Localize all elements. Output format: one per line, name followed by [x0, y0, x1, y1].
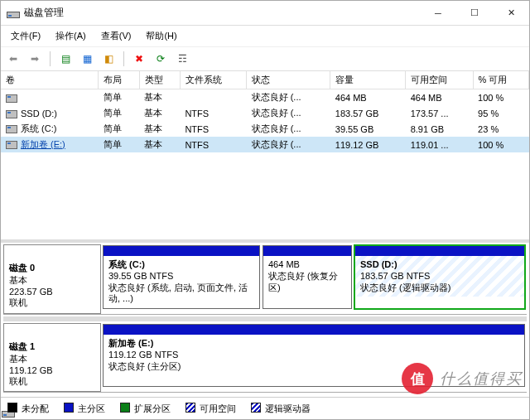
legend: 未分配 主分区 扩展分区 可用空间 逻辑驱动器	[1, 397, 529, 419]
list-icon[interactable]: ☶	[173, 50, 191, 68]
column-header[interactable]: 布局	[99, 71, 139, 89]
disk-1-map: 新加卷 (E:) 119.12 GB NTFS 状态良好 (主分区)	[101, 323, 527, 392]
cell-layout: 简单	[99, 89, 139, 106]
menubar: 文件(F) 操作(A) 查看(V) 帮助(H)	[1, 26, 529, 47]
partition-d-status: 状态良好 (逻辑驱动器)	[360, 282, 519, 294]
cell-type: 基本	[139, 137, 180, 152]
delete-icon[interactable]: ✖	[130, 50, 148, 68]
toolbar: ⬅ ➡ ▤ ▦ ◧ ✖ ⟳ ☶	[1, 47, 529, 71]
minimize-button[interactable]: ─	[420, 1, 456, 25]
column-header[interactable]: 卷	[1, 71, 99, 89]
properties-button[interactable]: ◧	[99, 50, 118, 68]
cell-pct: 100 %	[473, 137, 528, 152]
disk-row-1: 磁盘 1 基本 119.12 GB 联机 新加卷 (E:) 119.12 GB …	[3, 323, 527, 393]
view-bottom-button[interactable]: ▦	[78, 50, 96, 68]
titlebar: 磁盘管理 ─ ☐ ✕	[1, 1, 529, 26]
view-top-button[interactable]: ▤	[56, 50, 75, 68]
column-header[interactable]: 文件系统	[180, 71, 246, 89]
cell-type: 基本	[139, 105, 180, 121]
table-row[interactable]: 新加卷 (E:)简单基本NTFS状态良好 (...119.12 GB119.01…	[1, 137, 529, 152]
volume-list-pane[interactable]: 卷布局类型文件系统状态容量可用空间% 可用 简单基本状态良好 (...464 M…	[1, 71, 529, 243]
cell-capacity: 39.55 GB	[330, 121, 406, 137]
cell-type: 基本	[139, 121, 180, 137]
maximize-button[interactable]: ☐	[456, 1, 493, 25]
swatch-free	[186, 403, 195, 413]
partition-c-status: 状态良好 (系统, 启动, 页面文件, 活动, ...)	[108, 282, 254, 306]
partition-e[interactable]: 新加卷 (E:) 119.12 GB NTFS 状态良好 (主分区)	[103, 324, 525, 387]
disk-0-info[interactable]: 磁盘 0 基本 223.57 GB 联机	[3, 244, 101, 314]
disk-0-label: 磁盘 0	[9, 262, 95, 274]
partition-e-title: 新加卷 (E:)	[108, 338, 519, 350]
swatch-logical	[251, 403, 261, 413]
menu-action[interactable]: 操作(A)	[49, 27, 93, 45]
cell-layout: 简单	[99, 137, 139, 152]
partition-band	[355, 246, 524, 256]
column-header[interactable]: 容量	[330, 71, 406, 89]
partition-band	[263, 246, 351, 256]
column-header[interactable]: 状态	[247, 71, 330, 89]
cell-pct: 100 %	[473, 89, 528, 106]
cell-capacity: 183.57 GB	[330, 105, 406, 121]
volume-icon	[6, 110, 17, 118]
swatch-blue	[64, 403, 74, 413]
partition-d-size: 183.57 GB NTFS	[360, 271, 519, 282]
partition-rec-size: 464 MB	[268, 259, 346, 271]
cell-capacity: 464 MB	[330, 89, 406, 106]
volume-icon	[6, 94, 17, 103]
disk-separator[interactable]	[3, 316, 527, 321]
cell-status: 状态良好 (...	[247, 137, 330, 152]
cell-pct: 95 %	[473, 105, 528, 121]
partition-band	[104, 325, 524, 335]
partition-c[interactable]: 系统 (C:) 39.55 GB NTFS 状态良好 (系统, 启动, 页面文件…	[103, 245, 260, 309]
forward-button[interactable]: ➡	[26, 50, 44, 68]
disk-1-size: 119.12 GB	[9, 365, 95, 375]
volume-name: SSD (D:)	[21, 109, 57, 118]
legend-free: 可用空间	[186, 402, 236, 415]
refresh-icon[interactable]: ⟳	[152, 50, 170, 68]
cell-layout: 简单	[99, 121, 139, 137]
disk-management-window: 磁盘管理 ─ ☐ ✕ 文件(F) 操作(A) 查看(V) 帮助(H) ⬅ ➡ ▤…	[0, 0, 530, 420]
disk-0-status: 联机	[9, 297, 95, 309]
table-row[interactable]: 简单基本状态良好 (...464 MB464 MB100 %	[1, 89, 529, 106]
disk-1-info[interactable]: 磁盘 1 基本 119.12 GB 联机	[3, 323, 101, 392]
partition-band	[104, 246, 259, 256]
partition-recovery[interactable]: 464 MB 状态良好 (恢复分区)	[263, 245, 352, 309]
swatch-black	[7, 403, 17, 413]
partition-d[interactable]: SSD (D:) 183.57 GB NTFS 状态良好 (逻辑驱动器)	[354, 245, 525, 309]
partition-c-title: 系统 (C:)	[108, 259, 254, 271]
cell-capacity: 119.12 GB	[330, 137, 406, 152]
toolbar-separator	[123, 51, 124, 66]
table-row[interactable]: SSD (D:)简单基本NTFS状态良好 (...183.57 GB173.57…	[1, 105, 529, 121]
cell-status: 状态良好 (...	[247, 121, 330, 137]
partition-e-status: 状态良好 (主分区)	[108, 361, 519, 373]
partition-d-title: SSD (D:)	[360, 259, 519, 271]
disk-layout-pane[interactable]: 磁盘 0 基本 223.57 GB 联机 系统 (C:) 39.55 GB NT…	[1, 243, 529, 397]
disk-1-type: 基本	[9, 353, 95, 365]
volume-icon	[6, 141, 17, 149]
legend-extended: 扩展分区	[120, 402, 171, 415]
disk-mgmt-icon	[6, 7, 19, 20]
back-button[interactable]: ⬅	[4, 50, 22, 68]
column-header[interactable]: 类型	[139, 71, 180, 89]
cell-status: 状态良好 (...	[247, 89, 330, 106]
close-button[interactable]: ✕	[493, 1, 529, 25]
menu-file[interactable]: 文件(F)	[4, 27, 47, 45]
disk-icon	[9, 249, 22, 262]
table-row[interactable]: 系统 (C:)简单基本NTFS状态良好 (...39.55 GB8.91 GB2…	[1, 121, 529, 137]
cell-type: 基本	[139, 89, 180, 106]
disk-icon	[9, 327, 22, 340]
cell-fs: NTFS	[180, 105, 246, 121]
menu-view[interactable]: 查看(V)	[94, 27, 138, 45]
cell-free: 119.01 ...	[406, 137, 473, 152]
column-header[interactable]: % 可用	[473, 71, 528, 89]
partition-c-size: 39.55 GB NTFS	[108, 271, 254, 282]
column-header[interactable]: 可用空间	[406, 71, 473, 89]
disk-0-map: 系统 (C:) 39.55 GB NTFS 状态良好 (系统, 启动, 页面文件…	[101, 244, 527, 314]
cell-layout: 简单	[99, 105, 139, 121]
volume-name: 系统 (C:)	[21, 123, 56, 133]
volume-table: 卷布局类型文件系统状态容量可用空间% 可用 简单基本状态良好 (...464 M…	[1, 71, 529, 152]
menu-help[interactable]: 帮助(H)	[139, 27, 183, 45]
content-area: 卷布局类型文件系统状态容量可用空间% 可用 简单基本状态良好 (...464 M…	[1, 71, 529, 419]
window-controls: ─ ☐ ✕	[420, 1, 529, 25]
cell-free: 173.57 ...	[406, 105, 473, 121]
